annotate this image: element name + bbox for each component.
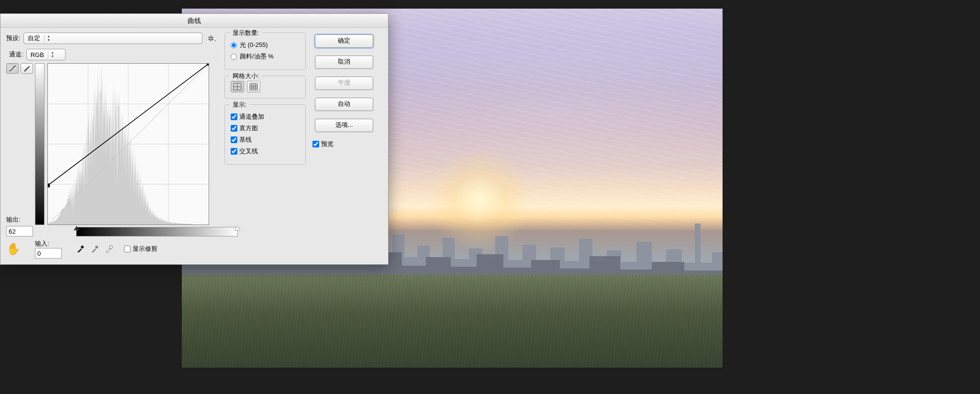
- overlay-label: 通道叠加: [239, 113, 264, 121]
- show-clipping-checkbox[interactable]: 显示修剪: [124, 245, 157, 253]
- options-button[interactable]: 选项...: [315, 119, 373, 132]
- input-gradient[interactable]: [76, 227, 238, 236]
- svg-point-10: [95, 246, 98, 248]
- cancel-button[interactable]: 取消: [315, 56, 373, 69]
- channel-value: RGB: [27, 51, 48, 58]
- ok-button[interactable]: 确定: [315, 34, 373, 48]
- light-radio[interactable]: 光 (0-255): [231, 41, 300, 49]
- histogram-label: 直方图: [239, 124, 258, 133]
- preview-label: 预览: [321, 140, 334, 148]
- preset-select[interactable]: 自定 ▲▼: [23, 33, 202, 44]
- grid-size-title: 网格大小:: [230, 72, 262, 80]
- curve-tool-button[interactable]: [6, 63, 19, 74]
- black-eyedropper-icon[interactable]: [75, 244, 86, 254]
- gear-icon[interactable]: ✲.: [207, 34, 217, 43]
- output-field[interactable]: [6, 226, 33, 236]
- output-label: 输出:: [6, 215, 21, 224]
- show-group: 显示: 通道叠加 直方图 基线 交叉线: [224, 104, 306, 165]
- curve-graph[interactable]: [47, 63, 209, 225]
- grid-fine-button[interactable]: [247, 81, 260, 92]
- display-amount-group: 显示数量: 光 (0-255) 颜料/油墨 %: [224, 33, 306, 70]
- white-eyedropper-icon[interactable]: [104, 244, 114, 254]
- overlay-checkbox[interactable]: 通道叠加: [231, 113, 300, 121]
- show-clipping-label: 显示修剪: [133, 245, 157, 253]
- show-title: 显示:: [230, 101, 250, 109]
- baseline-label: 基线: [239, 135, 252, 144]
- preset-value: 自定: [24, 34, 44, 43]
- grid-coarse-button[interactable]: [231, 81, 244, 92]
- pigment-radio-label: 颜料/油墨 %: [240, 52, 274, 61]
- svg-point-11: [110, 246, 112, 248]
- preview-checkbox[interactable]: 预览: [312, 140, 378, 148]
- pigment-radio[interactable]: 颜料/油墨 %: [231, 52, 300, 61]
- intersection-label: 交叉线: [239, 147, 258, 156]
- pencil-tool-button[interactable]: [21, 63, 33, 74]
- updown-icon: ▲▼: [48, 51, 57, 58]
- input-field[interactable]: [35, 248, 62, 259]
- baseline-checkbox[interactable]: 基线: [231, 135, 300, 144]
- light-radio-label: 光 (0-255): [240, 41, 268, 49]
- foreground-trees: [182, 274, 723, 368]
- input-label: 输入:: [35, 239, 59, 248]
- svg-rect-7: [48, 183, 50, 187]
- grid-size-group: 网格大小:: [224, 76, 306, 99]
- smooth-button[interactable]: 平滑: [315, 77, 373, 90]
- intersection-checkbox[interactable]: 交叉线: [231, 147, 300, 156]
- curves-dialog: 曲线 预设: 自定 ▲▼ ✲. 通道: RGB ▲▼: [0, 13, 389, 265]
- channel-select[interactable]: RGB ▲▼: [26, 49, 66, 60]
- hand-icon[interactable]: ✋: [6, 242, 25, 256]
- svg-point-9: [81, 246, 84, 248]
- black-point-slider[interactable]: [74, 226, 79, 230]
- channel-label: 通道:: [9, 50, 23, 59]
- display-amount-title: 显示数量:: [230, 29, 262, 37]
- svg-rect-8: [207, 64, 209, 66]
- output-gradient: [35, 63, 45, 225]
- gray-eyedropper-icon[interactable]: [89, 244, 100, 254]
- auto-button[interactable]: 自动: [315, 98, 373, 111]
- dialog-title[interactable]: 曲线: [0, 14, 388, 28]
- histogram-checkbox[interactable]: 直方图: [231, 124, 300, 133]
- preset-label: 预设:: [6, 34, 21, 43]
- white-point-slider[interactable]: [234, 226, 240, 230]
- updown-icon: ▲▼: [44, 34, 53, 42]
